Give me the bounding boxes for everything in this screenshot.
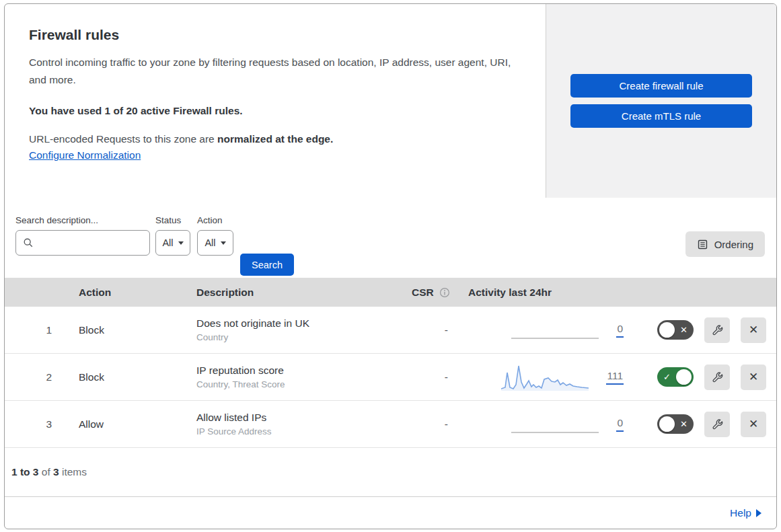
rule-csr: - xyxy=(398,371,459,383)
edit-rule-button[interactable] xyxy=(704,317,730,343)
activity-flatline xyxy=(511,432,599,433)
normalization-prefix: URL-encoded Requests to this zone are xyxy=(29,133,217,145)
rule-controls: ✕ ✕ xyxy=(637,412,776,437)
status-dropdown[interactable]: All xyxy=(155,230,190,256)
rule-csr: - xyxy=(398,418,459,430)
action-dropdown-value: All xyxy=(204,237,215,248)
items-range: 1 to 3 xyxy=(11,466,38,478)
table-row: 1 Block Does not originate in UK Country… xyxy=(5,307,776,354)
search-box xyxy=(15,230,150,256)
normalization-note: URL-encoded Requests to this zone are no… xyxy=(29,133,519,145)
toggle-state-icon: ✕ xyxy=(680,420,687,428)
col-activity-header: Activity last 24hr xyxy=(459,287,637,299)
wrench-icon xyxy=(711,324,723,336)
toggle-knob xyxy=(659,322,675,338)
rule-description-cell: Allow listed IPs IP Source Address xyxy=(183,412,398,436)
delete-rule-button[interactable]: ✕ xyxy=(741,412,766,437)
activity-sparkline xyxy=(501,364,589,391)
action-label: Action xyxy=(197,215,233,225)
toggle-state-icon: ✓ xyxy=(663,373,671,381)
action-filter-group: Action All xyxy=(197,215,233,256)
enable-toggle[interactable]: ✓ xyxy=(657,367,694,387)
col-csr-header: CSR xyxy=(398,287,459,299)
usage-note: You have used 1 of 20 active Firewall ru… xyxy=(29,105,519,117)
close-icon: ✕ xyxy=(749,417,758,431)
filter-bar: Search description... Status All Action … xyxy=(5,198,776,278)
col-action-header: Action xyxy=(65,287,183,299)
items-word: items xyxy=(59,466,87,478)
delete-rule-button[interactable]: ✕ xyxy=(741,317,766,343)
rule-description-cell: IP reputation score Country, Threat Scor… xyxy=(183,365,398,389)
delete-rule-button[interactable]: ✕ xyxy=(741,365,766,390)
rule-description: Does not originate in UK xyxy=(196,317,398,330)
help-bar: Help xyxy=(5,497,776,529)
enable-toggle[interactable]: ✕ xyxy=(657,414,694,434)
status-filter-group: Status All xyxy=(155,215,190,256)
rule-description: Allow listed IPs xyxy=(196,412,398,424)
edit-rule-button[interactable] xyxy=(704,365,730,390)
normalization-bold: normalized at the edge. xyxy=(217,133,333,145)
enable-toggle[interactable]: ✕ xyxy=(657,320,694,340)
toggle-state-icon: ✕ xyxy=(680,326,687,334)
ordering-button[interactable]: Ordering xyxy=(685,231,765,257)
rule-description: IP reputation score xyxy=(196,365,398,377)
info-icon[interactable] xyxy=(439,287,450,298)
activity-count-link[interactable]: 0 xyxy=(616,323,624,338)
page-title: Firewall rules xyxy=(29,27,519,43)
rule-fields: IP Source Address xyxy=(196,426,398,436)
rule-action: Block xyxy=(65,324,183,336)
arrow-right-icon xyxy=(756,509,761,517)
chevron-down-icon xyxy=(221,241,226,245)
rule-controls: ✓ ✕ xyxy=(637,365,776,390)
rule-activity-cell: 0 xyxy=(459,321,637,339)
ordering-button-label: Ordering xyxy=(714,239,753,250)
wrench-icon xyxy=(711,371,723,383)
rule-activity-cell: 0 xyxy=(459,416,637,433)
rule-priority: 3 xyxy=(5,418,65,430)
rule-activity-cell: 111 xyxy=(459,364,637,391)
page-description: Control incoming traffic to your zone by… xyxy=(29,54,513,89)
status-dropdown-value: All xyxy=(162,237,173,248)
col-csr-label: CSR xyxy=(412,287,434,299)
close-icon: ✕ xyxy=(749,323,758,337)
search-label: Search description... xyxy=(15,215,150,225)
search-input[interactable] xyxy=(39,237,143,248)
top-section: Firewall rules Control incoming traffic … xyxy=(5,4,776,198)
activity-count-link[interactable]: 111 xyxy=(606,370,624,385)
items-of: of xyxy=(38,466,53,478)
table-row: 2 Block IP reputation score Country, Thr… xyxy=(5,354,776,401)
firewall-rules-card: Firewall rules Control incoming traffic … xyxy=(4,3,777,529)
help-link[interactable]: Help xyxy=(730,507,761,519)
status-label: Status xyxy=(155,215,190,225)
chevron-down-icon xyxy=(178,241,184,245)
rule-controls: ✕ ✕ xyxy=(637,317,776,343)
col-description-header: Description xyxy=(183,287,398,299)
close-icon: ✕ xyxy=(749,370,758,384)
intro-panel: Firewall rules Control incoming traffic … xyxy=(5,4,546,198)
items-total: 3 xyxy=(53,466,59,478)
rule-priority: 1 xyxy=(5,324,65,336)
rule-csr: - xyxy=(398,324,459,336)
action-dropdown[interactable]: All xyxy=(197,230,233,256)
toggle-knob xyxy=(676,369,692,385)
toggle-knob xyxy=(659,416,675,432)
table-header: Action Description CSR Activity last 24h… xyxy=(5,278,776,307)
configure-normalization-link[interactable]: Configure Normalization xyxy=(29,149,141,161)
search-icon xyxy=(23,237,34,248)
rule-description-cell: Does not originate in UK Country xyxy=(183,317,398,342)
help-label: Help xyxy=(730,507,751,519)
edit-rule-button[interactable] xyxy=(704,412,730,437)
create-mtls-rule-button[interactable]: Create mTLS rule xyxy=(570,104,752,128)
rule-fields: Country xyxy=(196,332,398,342)
table-row: 3 Allow Allow listed IPs IP Source Addre… xyxy=(5,401,776,448)
create-firewall-rule-button[interactable]: Create firewall rule xyxy=(570,74,752,98)
pagination-summary: 1 to 3 of 3 items xyxy=(5,448,776,497)
activity-count-link[interactable]: 0 xyxy=(616,417,624,432)
wrench-icon xyxy=(711,418,723,430)
rule-action: Allow xyxy=(65,418,183,430)
rule-action: Block xyxy=(65,371,183,383)
search-button[interactable]: Search xyxy=(240,254,294,276)
search-group: Search description... xyxy=(15,215,150,256)
list-document-icon xyxy=(697,239,708,250)
rule-fields: Country, Threat Score xyxy=(196,379,398,389)
